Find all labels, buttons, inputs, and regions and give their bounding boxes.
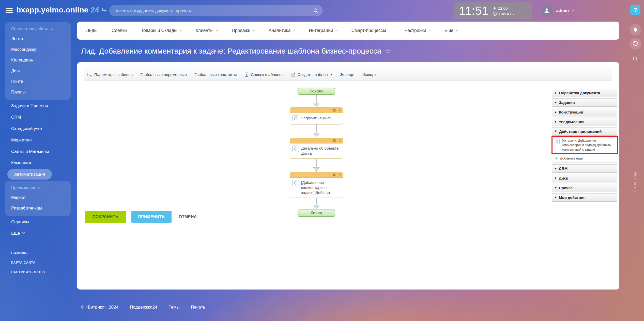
bp-canvas[interactable]: Начало × xyxy=(77,81,619,206)
global-search[interactable] xyxy=(109,5,323,16)
footer-link-print[interactable]: Печать xyxy=(191,305,205,310)
switch-accounts-icon[interactable] xyxy=(101,8,106,12)
sidebar-item-tasks-projects[interactable]: Задачи и Проекты xyxy=(0,100,76,111)
flow-node-start[interactable]: Начало xyxy=(298,88,335,95)
nav-item-label: Лиды xyxy=(86,28,97,33)
clock-widget[interactable]: 11:51 12:00 НАЧАТЬ xyxy=(454,2,532,19)
sidebar-item-lenta[interactable]: Лента xyxy=(5,34,71,44)
palette-section-constructions[interactable]: Конструкции xyxy=(552,108,617,116)
app-logo[interactable]: bxapp.yelmo.online 24 xyxy=(16,6,106,14)
sidebar-item-automation-active[interactable]: Автоматизация xyxy=(7,169,52,180)
delete-icon[interactable]: × xyxy=(339,173,341,177)
main-nav: Лиды Сделки Товары и Склады Клиенты Прод… xyxy=(77,22,619,40)
sidebar-item-sites-stores[interactable]: Сайты и Магазины xyxy=(0,146,76,157)
main-content: Лиды Сделки Товары и Склады Клиенты Прод… xyxy=(77,21,619,321)
palette-section-other[interactable]: Прочее xyxy=(552,184,617,192)
palette-section-app-actions[interactable]: Действия приложений xyxy=(552,127,617,136)
flow-connector-arrow xyxy=(313,124,320,138)
sidebar-link-sitemap[interactable]: КАРТА САЙТА xyxy=(0,258,76,267)
toolbar-export[interactable]: Экспорт xyxy=(340,72,355,77)
app-activity-icon xyxy=(292,180,299,186)
page-title: Лид. Добавление комментария к задаче: Ре… xyxy=(81,47,381,55)
toolbar-template-list[interactable]: Список шаблонов xyxy=(244,72,283,77)
sidebar-group-collaboration-header[interactable]: Совместная работа xyxy=(5,24,71,34)
search-icon[interactable] xyxy=(313,8,319,13)
sidebar-group-label: Приложения xyxy=(11,185,35,190)
sidebar-link-help[interactable]: ПОМОЩЬ xyxy=(0,248,76,258)
palette-section-my-actions[interactable]: Мои действия xyxy=(552,193,617,202)
flow-node-end[interactable]: Конец xyxy=(298,210,335,217)
footer-link-support24[interactable]: Поддержка24 xyxy=(130,305,157,310)
user-menu[interactable]: admin xyxy=(541,5,574,17)
palette-add-more[interactable]: + Добавить еще... xyxy=(554,155,616,161)
toolbar-global-vars[interactable]: Глобальные переменные xyxy=(140,72,187,77)
sidebar-item-marketing[interactable]: Маркетинг xyxy=(0,134,76,146)
favorite-star-icon[interactable]: ☆ xyxy=(385,47,391,55)
cancel-button[interactable]: ОТМЕНА xyxy=(179,215,197,219)
toolbar-import[interactable]: Импорт xyxy=(362,72,376,77)
palette-section-tasks[interactable]: Задания xyxy=(552,98,617,107)
flow-card-upload-disk[interactable]: × Загрузить в Диск xyxy=(290,107,343,124)
start-workday-button[interactable]: НАЧАТЬ xyxy=(493,12,514,16)
toolbar-global-consts[interactable]: Глобальные константы xyxy=(194,72,237,77)
nav-item-label: Смарт-процессы xyxy=(351,28,386,33)
chat-icon xyxy=(632,40,639,47)
sidebar-item-mail[interactable]: Почта xyxy=(5,76,71,87)
sidebar-link-configure-menu[interactable]: НАСТРОИТЬ МЕНЮ xyxy=(0,267,76,277)
nav-item-leads[interactable]: Лиды xyxy=(86,28,97,33)
sidebar-item-groups[interactable]: Группы xyxy=(5,87,71,98)
nav-item-products-warehouses[interactable]: Товары и Склады xyxy=(141,28,181,33)
sidebar-item-more[interactable]: Ещё xyxy=(0,228,76,239)
save-button[interactable]: СОХРАНИТЬ xyxy=(85,211,126,223)
nav-item-smart-processes[interactable]: Смарт-процессы xyxy=(351,28,390,33)
triangle-right-icon xyxy=(555,177,557,179)
nav-item-label: Клиенты xyxy=(196,28,213,33)
sidebar-group-applications-header[interactable]: Приложения xyxy=(5,183,71,192)
nav-item-sales[interactable]: Продажи xyxy=(232,28,254,33)
settings-gear-icon[interactable] xyxy=(333,173,336,176)
sidebar-item-calendar[interactable]: Календарь xyxy=(5,55,71,66)
delete-icon[interactable]: × xyxy=(339,108,341,113)
rail-search-button[interactable] xyxy=(632,56,638,63)
apply-button[interactable]: ПРИМЕНИТЬ xyxy=(131,211,172,223)
menu-toggle-icon[interactable] xyxy=(6,8,13,14)
palette-item-add-comment-highlighted[interactable]: [Активити: Добавление комментария в зада… xyxy=(551,136,618,154)
nav-item-clients[interactable]: Клиенты xyxy=(196,28,218,33)
settings-gear-icon[interactable] xyxy=(333,139,336,142)
palette-section-document-processing[interactable]: Обработка документа xyxy=(552,89,617,97)
sidebar-item-market[interactable]: Маркет xyxy=(5,192,71,203)
help-button[interactable]: ? xyxy=(630,5,640,15)
sidebar-item-messenger[interactable]: Мессенджер xyxy=(5,44,71,55)
bp-flow: Начало × xyxy=(290,88,343,217)
sidebar-item-crm[interactable]: CRM xyxy=(0,111,76,123)
nav-item-analytics[interactable]: Аналитика xyxy=(269,28,295,33)
nav-item-deals[interactable]: Сделки xyxy=(112,28,127,33)
sidebar-item-disk[interactable]: Диск xyxy=(5,66,71,76)
nav-item-more[interactable]: Еще xyxy=(444,28,458,33)
sidebar-item-developers[interactable]: Разработчикам xyxy=(5,203,71,214)
action-buttons: СОХРАНИТЬ ПРИМЕНИТЬ ОТМЕНА xyxy=(85,211,197,223)
palette-section-notifications[interactable]: Уведомления xyxy=(552,118,617,126)
notifications-button[interactable] xyxy=(630,24,641,36)
messenger-button[interactable] xyxy=(630,38,641,50)
sidebar-item-inventory[interactable]: Складской учёт xyxy=(0,123,76,134)
sidebar-item-company[interactable]: Компания xyxy=(0,157,76,169)
settings-gear-icon[interactable] xyxy=(333,109,336,112)
flow-card-add-comment[interactable]: × [Добавление комментария к задаче] Доба… xyxy=(290,172,343,198)
search-input[interactable] xyxy=(116,5,309,16)
template-list-icon xyxy=(244,72,249,77)
sidebar-item-services[interactable]: Сервисы xyxy=(0,216,76,228)
nav-item-integrations[interactable]: Интеграции xyxy=(309,28,337,33)
palette-section-disk[interactable]: Диск xyxy=(552,174,617,182)
toolbar-create-template[interactable]: Создать шаблон xyxy=(291,72,332,77)
person-icon xyxy=(543,7,550,14)
toolbar-template-params[interactable]: Параметры шаблона xyxy=(87,72,133,77)
nav-item-settings[interactable]: Настройки xyxy=(404,28,430,33)
footer-link-themes[interactable]: Темы xyxy=(169,305,180,310)
right-rail: ? Нет чатов xyxy=(627,0,644,321)
delete-icon[interactable]: × xyxy=(339,139,341,143)
palette-section-crm[interactable]: CRM xyxy=(552,164,617,173)
flow-card-disk-object-details[interactable]: × Детально об объекте Диска xyxy=(290,138,343,159)
avatar[interactable] xyxy=(541,5,553,17)
plus-icon: + xyxy=(555,156,558,160)
